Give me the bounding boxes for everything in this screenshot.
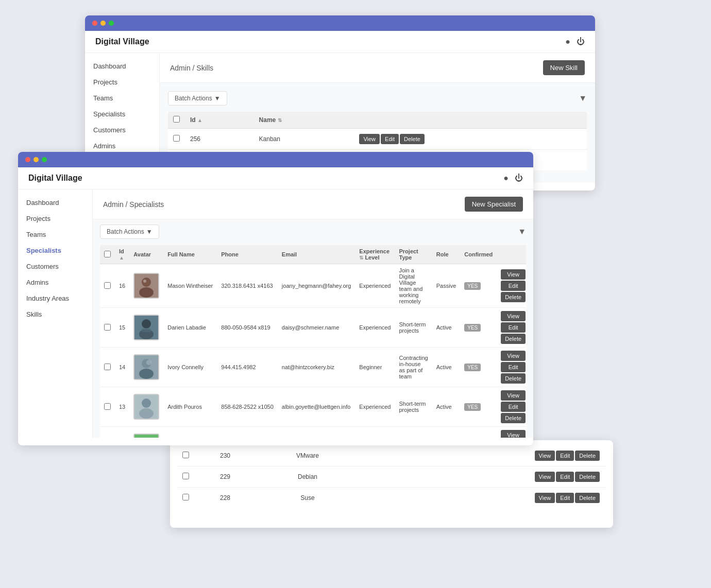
delete-button[interactable]: Delete (501, 334, 526, 344)
row-actions: ViewEditDelete (497, 348, 526, 387)
sort-arrow[interactable]: ▲ (119, 255, 124, 261)
row-confirmed: YES (460, 427, 497, 438)
batch-actions-button[interactable]: Batch Actions ▼ (168, 91, 227, 106)
row-avatar (129, 348, 163, 387)
header-full-name: Full Name (163, 245, 217, 264)
row-checkbox[interactable] (182, 452, 189, 458)
table-row: 14 Ivory Connelly 944.415.4982 nat@hintz… (100, 348, 526, 387)
batch-actions-label: Batch Actions (175, 95, 212, 102)
sidebar-item-teams[interactable]: Teams (85, 90, 159, 106)
avatar (133, 434, 159, 438)
power-icon[interactable]: ⏻ (577, 37, 585, 46)
sort-arrow-exp[interactable]: ⇅ (359, 255, 363, 261)
edit-button[interactable]: Edit (501, 281, 526, 291)
sidebar-item-dashboard[interactable]: Dashboard (85, 58, 159, 74)
app-body: Dashboard Projects Teams Specialists Cus… (18, 189, 533, 438)
row-full-name: Ardith Pouros (163, 387, 217, 427)
sidebar-item-projects[interactable]: Projects (18, 211, 92, 227)
row-phone: 953-931-5692 x828 (217, 427, 278, 438)
view-button[interactable]: View (501, 390, 526, 401)
batch-actions-label: Batch Actions (107, 228, 144, 235)
row-checkbox[interactable] (104, 364, 111, 370)
row-actions: ViewEditDelete (359, 488, 606, 509)
row-id: 15 (115, 308, 129, 348)
view-button[interactable]: View (535, 472, 555, 482)
batch-actions-button[interactable]: Batch Actions ▼ (100, 224, 159, 239)
filter-icon[interactable]: ▼ (579, 94, 587, 103)
breadcrumb: Admin / Specialists (103, 200, 164, 209)
minimize-dot[interactable] (100, 21, 106, 26)
view-button[interactable]: View (535, 451, 555, 461)
sidebar-item-customers[interactable]: Customers (85, 122, 159, 138)
delete-button[interactable]: Delete (575, 472, 600, 482)
filter-icon[interactable]: ▼ (518, 227, 526, 236)
row-checkbox[interactable] (182, 473, 189, 479)
close-dot[interactable] (92, 21, 97, 26)
delete-button[interactable]: Delete (501, 373, 526, 384)
row-id: 230 (194, 445, 256, 466)
delete-button[interactable]: Delete (501, 413, 526, 423)
row-actions: ViewEditDelete (354, 129, 587, 150)
sort-arrow-name[interactable]: ⇅ (278, 117, 282, 123)
row-checkbox[interactable] (173, 135, 180, 142)
row-role: Active (432, 308, 461, 348)
row-email: celine@purdy.co (278, 427, 356, 438)
sidebar-item-teams[interactable]: Teams (18, 227, 92, 243)
row-checkbox[interactable] (182, 494, 189, 500)
edit-button[interactable]: Edit (501, 362, 526, 372)
svg-rect-7 (142, 328, 151, 332)
svg-rect-15 (134, 435, 158, 438)
edit-button[interactable]: Edit (381, 134, 399, 144)
view-button[interactable]: View (535, 493, 555, 503)
maximize-dot[interactable] (42, 157, 47, 162)
row-checkbox[interactable] (104, 403, 111, 410)
bottom-table-area: 230 VMware ViewEditDelete 229 Debian Vie… (170, 440, 613, 513)
select-all-checkbox[interactable] (173, 116, 180, 123)
select-all-checkbox[interactable] (104, 251, 111, 257)
row-id: 14 (115, 348, 129, 387)
user-icon[interactable]: ● (565, 37, 570, 46)
delete-button[interactable]: Delete (575, 451, 600, 461)
sidebar-item-industry-areas[interactable]: Industry Areas (18, 290, 92, 306)
edit-button[interactable]: Edit (556, 472, 574, 482)
power-icon[interactable]: ⏻ (515, 174, 523, 183)
row-checkbox[interactable] (104, 282, 111, 289)
svg-point-10 (139, 369, 154, 379)
row-checkbox-cell (100, 264, 115, 308)
edit-button[interactable]: Edit (501, 322, 526, 333)
sort-arrow-id[interactable]: ▲ (197, 117, 202, 123)
close-dot[interactable] (25, 157, 30, 162)
edit-button[interactable]: Edit (556, 451, 574, 461)
row-checkbox[interactable] (104, 324, 111, 331)
maximize-dot[interactable] (109, 21, 114, 26)
sidebar-item-specialists[interactable]: Specialists (85, 106, 159, 122)
sidebar-item-admins[interactable]: Admins (18, 274, 92, 290)
row-full-name: Darien Labadie (163, 308, 217, 348)
header-actions (497, 245, 526, 264)
view-button[interactable]: View (359, 134, 380, 144)
view-button[interactable]: View (501, 269, 526, 280)
table-row: 228 Suse ViewEditDelete (177, 488, 606, 509)
header-checkbox-cell (168, 112, 185, 129)
table-scroll-container[interactable]: Id ▲ Avatar Full Name Phone Email Experi… (100, 245, 526, 438)
row-checkbox-cell (177, 466, 194, 488)
sidebar-item-dashboard[interactable]: Dashboard (18, 195, 92, 211)
view-button[interactable]: View (501, 430, 526, 438)
minimize-dot[interactable] (33, 157, 39, 162)
view-button[interactable]: View (501, 351, 526, 361)
edit-button[interactable]: Edit (501, 402, 526, 412)
new-skill-button[interactable]: New Skill (543, 60, 585, 75)
delete-button[interactable]: Delete (575, 493, 600, 503)
sidebar-item-customers[interactable]: Customers (18, 258, 92, 274)
confirmed-badge: YES (464, 324, 481, 332)
new-specialist-button[interactable]: New Specialist (465, 197, 523, 212)
view-button[interactable]: View (501, 311, 526, 321)
user-icon[interactable]: ● (503, 174, 509, 183)
edit-button[interactable]: Edit (556, 493, 574, 503)
delete-button[interactable]: Delete (400, 134, 425, 144)
row-id: 229 (194, 466, 256, 488)
sidebar-item-skills[interactable]: Skills (18, 306, 92, 322)
sidebar-item-projects[interactable]: Projects (85, 74, 159, 90)
delete-button[interactable]: Delete (501, 292, 526, 302)
sidebar-item-specialists[interactable]: Specialists (18, 243, 92, 258)
